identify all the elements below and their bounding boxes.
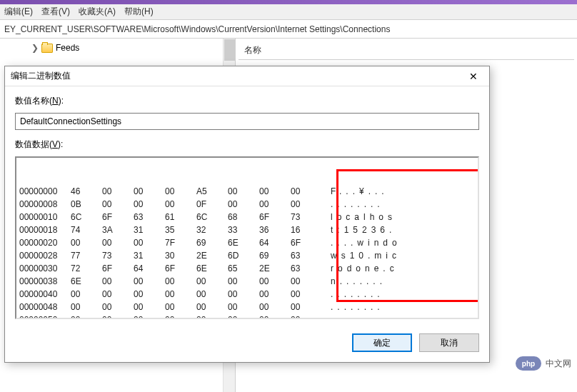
hex-byte[interactable]: 6C: [196, 211, 228, 223]
hex-byte[interactable]: 6E: [228, 236, 259, 249]
hex-byte[interactable]: 35: [165, 223, 196, 236]
cancel-button[interactable]: 取消: [419, 333, 479, 352]
hex-byte[interactable]: 00: [228, 288, 259, 301]
hex-byte[interactable]: 00: [165, 198, 196, 211]
hex-byte[interactable]: 31: [134, 249, 165, 262]
hex-byte[interactable]: 73: [291, 211, 322, 223]
hex-byte[interactable]: 6F: [291, 236, 322, 249]
hex-row[interactable]: 00000030726F646F6E652E63rodone.c: [19, 262, 475, 275]
hex-byte[interactable]: 00: [71, 301, 102, 313]
hex-byte[interactable]: 33: [228, 223, 259, 236]
hex-byte[interactable]: 00: [134, 236, 165, 249]
hex-byte[interactable]: 00: [291, 185, 322, 198]
ok-button[interactable]: 确定: [352, 333, 412, 352]
hex-byte[interactable]: 6F: [102, 211, 134, 223]
hex-byte[interactable]: 00: [102, 198, 134, 211]
hex-byte[interactable]: 00: [71, 288, 102, 301]
hex-row[interactable]: 000000480000000000000000........: [19, 301, 475, 313]
hex-byte[interactable]: 63: [291, 249, 322, 262]
hex-byte[interactable]: 63: [291, 262, 322, 275]
hex-byte[interactable]: 69: [259, 249, 291, 262]
hex-byte[interactable]: 00: [259, 198, 291, 211]
hex-byte[interactable]: 00: [259, 313, 291, 319]
hex-byte[interactable]: 00: [228, 198, 259, 211]
hex-byte[interactable]: 6E: [71, 275, 102, 288]
hex-byte[interactable]: 64: [134, 262, 165, 275]
hex-byte[interactable]: 00: [102, 288, 134, 301]
hex-byte[interactable]: 00: [71, 313, 102, 319]
hex-byte[interactable]: 00: [165, 288, 196, 301]
hex-byte[interactable]: 00: [134, 288, 165, 301]
hex-byte[interactable]: 00: [134, 185, 165, 198]
hex-byte[interactable]: 00: [196, 313, 228, 319]
hex-byte[interactable]: 00: [291, 288, 322, 301]
hex-byte[interactable]: 00: [102, 236, 134, 249]
hex-byte[interactable]: 00: [134, 313, 165, 319]
hex-row[interactable]: 000000400000000000000000........: [19, 288, 475, 301]
hex-byte[interactable]: 32: [196, 223, 228, 236]
hex-byte[interactable]: 6E: [196, 262, 228, 275]
hex-byte[interactable]: 00: [259, 275, 291, 288]
hex-byte[interactable]: 00: [102, 185, 134, 198]
hex-byte[interactable]: 00: [102, 301, 134, 313]
menu-edit[interactable]: 编辑(E): [4, 6, 33, 18]
hex-byte[interactable]: 7F: [165, 236, 196, 249]
hex-byte[interactable]: 00: [134, 275, 165, 288]
hex-row[interactable]: 0000000046000000A5000000F...¥...: [19, 185, 475, 198]
hex-byte[interactable]: 73: [102, 249, 134, 262]
hex-byte[interactable]: 00: [134, 301, 165, 313]
hex-editor[interactable]: 0000000046000000A5000000F...¥...00000008…: [15, 156, 479, 319]
hex-byte[interactable]: 46: [71, 185, 102, 198]
close-icon[interactable]: ✕: [463, 69, 483, 84]
hex-byte[interactable]: 6C: [71, 211, 102, 223]
hex-byte[interactable]: 00: [165, 301, 196, 313]
menu-favorites[interactable]: 收藏夹(A): [79, 6, 116, 18]
hex-byte[interactable]: 6F: [165, 262, 196, 275]
hex-byte[interactable]: 00: [165, 313, 196, 319]
hex-row[interactable]: 000000200000007F696E646F....windo: [19, 236, 475, 249]
hex-byte[interactable]: 2E: [196, 249, 228, 262]
hex-row[interactable]: 000000106C6F63616C686F73localhos: [19, 211, 475, 223]
hex-byte[interactable]: 00: [196, 301, 228, 313]
hex-byte[interactable]: 00: [102, 313, 134, 319]
hex-byte[interactable]: 00: [228, 301, 259, 313]
hex-byte[interactable]: 6F: [102, 262, 134, 275]
hex-row[interactable]: 00000028777331302E6D6963ws10.mic: [19, 249, 475, 262]
hex-byte[interactable]: A5: [196, 185, 228, 198]
hex-byte[interactable]: 00: [259, 185, 291, 198]
hex-byte[interactable]: 65: [228, 262, 259, 275]
hex-byte[interactable]: 74: [71, 223, 102, 236]
hex-byte[interactable]: 00: [134, 198, 165, 211]
hex-byte[interactable]: 00: [196, 288, 228, 301]
hex-byte[interactable]: 00: [228, 313, 259, 319]
hex-byte[interactable]: 72: [71, 262, 102, 275]
hex-row[interactable]: 000000500000000000000000........: [19, 313, 475, 319]
hex-byte[interactable]: 64: [259, 236, 291, 249]
hex-byte[interactable]: 00: [291, 198, 322, 211]
hex-byte[interactable]: 63: [134, 211, 165, 223]
hex-byte[interactable]: 00: [259, 288, 291, 301]
hex-byte[interactable]: 0B: [71, 198, 102, 211]
hex-byte[interactable]: 00: [165, 185, 196, 198]
hex-byte[interactable]: 31: [134, 223, 165, 236]
hex-row[interactable]: 000000080B0000000F000000........: [19, 198, 475, 211]
scrollbar-thumb[interactable]: [224, 39, 235, 61]
hex-byte[interactable]: 68: [228, 211, 259, 223]
hex-byte[interactable]: 69: [196, 236, 228, 249]
hex-byte[interactable]: 36: [259, 223, 291, 236]
chevron-right-icon[interactable]: ❯: [31, 43, 39, 53]
hex-byte[interactable]: 0F: [196, 198, 228, 211]
hex-byte[interactable]: 61: [165, 211, 196, 223]
menu-view[interactable]: 查看(V): [41, 6, 70, 18]
hex-byte[interactable]: 77: [71, 249, 102, 262]
hex-byte[interactable]: 00: [228, 185, 259, 198]
hex-byte[interactable]: 2E: [259, 262, 291, 275]
hex-byte[interactable]: 00: [291, 313, 322, 319]
address-bar[interactable]: EY_CURRENT_USER\SOFTWARE\Microsoft\Windo…: [0, 20, 577, 39]
hex-byte[interactable]: 3A: [102, 223, 134, 236]
menu-help[interactable]: 帮助(H): [124, 6, 154, 18]
hex-byte[interactable]: 6D: [228, 249, 259, 262]
hex-byte[interactable]: 00: [165, 275, 196, 288]
tree-item-feeds[interactable]: ❯ Feeds: [3, 41, 232, 54]
hex-byte[interactable]: 16: [291, 223, 322, 236]
